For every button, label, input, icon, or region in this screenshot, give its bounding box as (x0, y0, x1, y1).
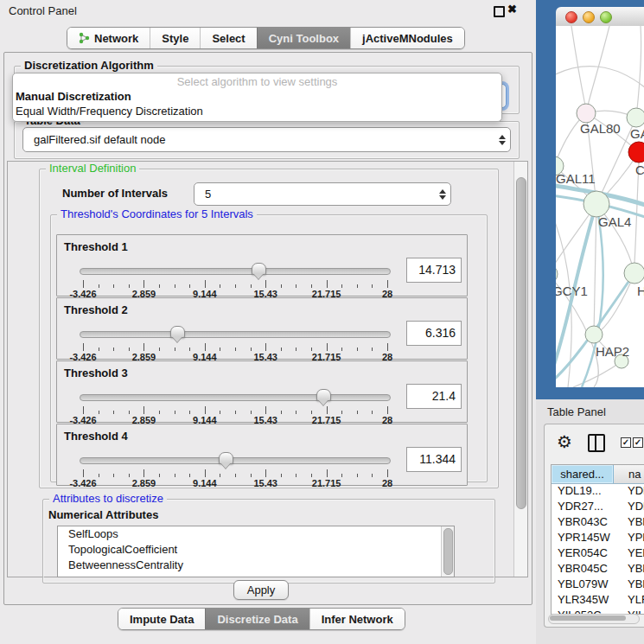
table-data-combobox[interactable]: galFiltered.sif default node (22, 127, 511, 152)
close-traffic-light-icon[interactable] (565, 11, 577, 23)
network-edge[interactable] (636, 26, 641, 118)
column-header-shared-name[interactable]: shared... (552, 465, 614, 483)
cell-name[interactable]: YLR3 (619, 593, 644, 609)
tab-jactivemnodules[interactable]: jActiveMNodules (350, 28, 464, 48)
slider-thumb[interactable] (252, 263, 266, 275)
cell-name[interactable]: YDR2 (619, 500, 644, 515)
cell-shared-name[interactable]: YER054C (552, 546, 619, 562)
cell-name[interactable]: YDL1 (619, 484, 644, 500)
cell-name[interactable]: YER0 (619, 546, 644, 562)
attributes-scrollbar[interactable] (441, 526, 454, 577)
cell-shared-name[interactable]: YBR043C (552, 515, 619, 531)
cell-shared-name[interactable]: YBL079W (552, 577, 619, 593)
table-horizontal-scrollbar[interactable] (548, 614, 640, 624)
cell-shared-name[interactable]: YDR27... (552, 500, 619, 515)
threshold-value-field[interactable]: 21.4 (406, 384, 462, 409)
threshold-value-field[interactable]: 14.713 (406, 258, 462, 283)
cell-shared-name[interactable]: YLR345W (552, 593, 619, 609)
thresholds-group: Threshold's Coordinates for 5 Intervals … (50, 214, 488, 482)
threshold-value-field[interactable]: 6.316 (406, 321, 462, 346)
attributes-list[interactable]: SelfLoopsTopologicalCoefficientBetweenne… (57, 526, 455, 577)
checkbox-icon[interactable]: ✓ (633, 437, 643, 448)
table-row[interactable]: YBR043CYBR0 (552, 515, 644, 531)
attributes-group: Attributes to discretize Numerical Attri… (42, 499, 495, 583)
table-row[interactable]: YLR345WYLR3 (552, 593, 644, 609)
combo-arrows-icon (494, 135, 510, 145)
network-edge[interactable] (594, 204, 596, 335)
network-edge[interactable] (571, 26, 585, 105)
network-view-window: GAL80GACGAL11GAL4GCY1HHAP2 (536, 0, 644, 399)
threshold-label: Threshold 2 (64, 303, 128, 316)
table-data-value: galFiltered.sif default node (23, 133, 494, 146)
slider-track[interactable] (80, 331, 391, 338)
network-edge[interactable] (588, 26, 609, 105)
slider-track[interactable] (80, 268, 391, 275)
float-window-icon[interactable] (494, 6, 505, 17)
settings-vertical-scrollbar[interactable] (513, 162, 527, 577)
table-row[interactable]: YDR27...YDR2 (552, 500, 644, 515)
threshold-slider[interactable]: -3.4262.8599.14415.4321.71528 (80, 265, 391, 294)
network-node[interactable] (583, 191, 609, 217)
node-table[interactable]: shared... na YDL19...YDL1YDR27...YDR2YBR… (551, 464, 644, 615)
cell-name[interactable]: YPR1 (619, 531, 644, 546)
zoom-traffic-light-icon[interactable] (600, 11, 612, 23)
close-icon[interactable]: ✖ (507, 3, 517, 16)
cell-shared-name[interactable]: YDL19... (552, 484, 619, 500)
dropdown-placeholder[interactable]: Select algorithm to view settings (13, 74, 501, 89)
slider-track[interactable] (80, 457, 391, 464)
slider-ticks (83, 343, 387, 351)
top-tab-bar: Network Style Select Cyni Toolbox jActiv… (67, 27, 465, 49)
table-row[interactable]: YBL079WYBL0 (552, 577, 644, 593)
cell-shared-name[interactable]: YBR045C (552, 562, 619, 577)
dropdown-option-equal-width[interactable]: Equal Width/Frequency Discretization (13, 104, 501, 118)
threshold-slider[interactable]: -3.4262.8599.14415.4321.71528 (80, 391, 391, 420)
table-row[interactable]: YER054CYER0 (552, 546, 644, 562)
network-canvas[interactable]: GAL80GACGAL11GAL4GCY1HHAP2 (556, 26, 644, 387)
cell-name[interactable]: YBL0 (619, 577, 644, 593)
combo-arrows-icon (435, 189, 450, 200)
checkbox-icon[interactable]: ✓ (621, 437, 631, 448)
threshold-slider[interactable]: -3.4262.8599.14415.4321.71528 (80, 328, 391, 357)
table-row[interactable]: YDL19...YDL1 (552, 484, 644, 500)
slider-thumb[interactable] (219, 452, 233, 464)
tick-label: -3.426 (69, 478, 96, 488)
gear-icon[interactable]: ⚙ (557, 431, 572, 452)
columns-icon[interactable] (588, 434, 605, 452)
cell-shared-name[interactable]: YPR145W (552, 531, 619, 546)
cell-name[interactable]: YBR0 (619, 515, 644, 531)
tab-network[interactable]: Network (67, 28, 150, 48)
tab-discretize-data[interactable]: Discretize Data (205, 609, 309, 629)
cell-name[interactable]: YBR0 (619, 562, 644, 577)
attribute-list-item[interactable]: TopologicalCoefficient (58, 542, 454, 558)
tab-infer-network[interactable]: Infer Network (309, 609, 405, 629)
network-node[interactable] (627, 108, 644, 127)
network-node[interactable] (577, 104, 596, 123)
tab-select[interactable]: Select (200, 28, 256, 48)
tick-label: 21.715 (312, 478, 341, 488)
table-row[interactable]: YBR045CYBR0 (552, 562, 644, 577)
column-header-name[interactable]: na (614, 465, 644, 483)
node-label: HAP2 (596, 344, 629, 359)
network-window-titlebar (556, 7, 644, 27)
tab-impute-data[interactable]: Impute Data (118, 609, 205, 629)
network-edge[interactable] (556, 67, 644, 88)
attribute-list-item[interactable]: SelfLoops (58, 526, 454, 542)
network-node[interactable] (556, 265, 558, 284)
threshold-slider[interactable]: -3.4262.8599.14415.4321.71528 (80, 454, 391, 483)
threshold-panel: Threshold 1 -3.4262.8599.14415.4321.7152… (56, 234, 468, 296)
slider-track[interactable] (80, 394, 391, 401)
apply-button[interactable]: Apply (233, 580, 289, 600)
network-node[interactable] (585, 326, 603, 343)
slider-thumb[interactable] (170, 326, 185, 338)
table-row[interactable]: YPR145WYPR1 (552, 531, 644, 546)
tab-cyni-toolbox[interactable]: Cyni Toolbox (257, 28, 350, 48)
number-of-intervals-combobox[interactable]: 5 (194, 182, 451, 206)
network-node[interactable] (624, 263, 644, 284)
dropdown-option-manual[interactable]: Manual Discretization (13, 89, 501, 104)
attribute-list-item[interactable]: BetweennessCentrality (58, 558, 454, 573)
threshold-value-field[interactable]: 11.344 (406, 447, 462, 472)
slider-thumb[interactable] (316, 389, 331, 401)
tab-style[interactable]: Style (150, 28, 200, 48)
minimize-traffic-light-icon[interactable] (583, 11, 595, 23)
network-edge[interactable] (556, 211, 571, 387)
